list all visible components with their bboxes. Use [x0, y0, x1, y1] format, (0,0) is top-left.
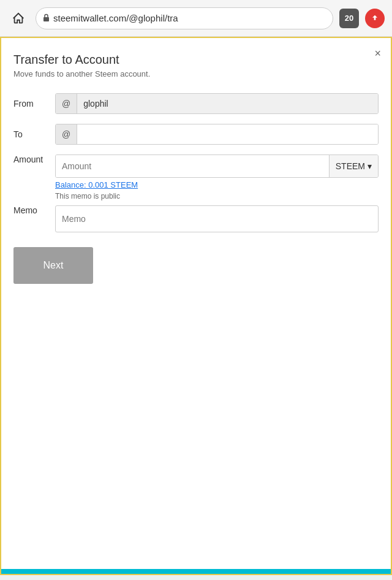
currency-label: STEEM [336, 161, 365, 171]
to-at-prefix: @ [56, 124, 77, 144]
close-button[interactable]: × [374, 48, 381, 59]
from-at-prefix: @ [56, 94, 77, 113]
memo-note: This memo is public [55, 192, 379, 200]
lock-icon [42, 13, 50, 24]
from-input-wrap: @ [55, 93, 379, 114]
currency-select[interactable]: STEEM ▾ [329, 155, 378, 177]
memo-row: Memo [13, 205, 379, 232]
amount-row: Amount STEEM ▾ [13, 155, 379, 178]
modal-subtitle: Move funds to another Steem account. [13, 69, 379, 78]
to-input-wrap: @ [55, 124, 379, 145]
svg-rect-0 [43, 17, 49, 21]
notification-badge[interactable]: 20 [339, 9, 359, 28]
from-row: From @ [13, 93, 379, 114]
to-input[interactable] [77, 124, 378, 144]
page-content: × Transfer to Account Move funds to anot… [0, 37, 392, 575]
browser-chrome: steemitwallet.com/@glophil/tra 20 [0, 0, 392, 37]
home-button[interactable] [7, 7, 29, 29]
bottom-bar [1, 569, 391, 574]
to-row: To @ [13, 124, 379, 145]
amount-label: Amount [13, 155, 55, 164]
address-bar[interactable]: steemitwallet.com/@glophil/tra [36, 7, 333, 29]
next-button[interactable]: Next [13, 247, 93, 284]
memo-label: Memo [13, 205, 55, 215]
balance-link[interactable]: Balance: 0.001 STEEM [55, 180, 379, 189]
modal: × Transfer to Account Move funds to anot… [1, 38, 391, 296]
upload-button[interactable] [365, 9, 385, 28]
currency-chevron-icon: ▾ [368, 161, 372, 171]
from-input[interactable] [77, 94, 378, 113]
modal-title: Transfer to Account [13, 53, 379, 67]
amount-input[interactable] [56, 155, 329, 177]
from-label: From [13, 99, 55, 109]
url-text: steemitwallet.com/@glophil/tra [53, 13, 178, 23]
to-label: To [13, 129, 55, 139]
memo-input[interactable] [55, 205, 379, 232]
amount-input-wrap: STEEM ▾ [55, 155, 379, 178]
